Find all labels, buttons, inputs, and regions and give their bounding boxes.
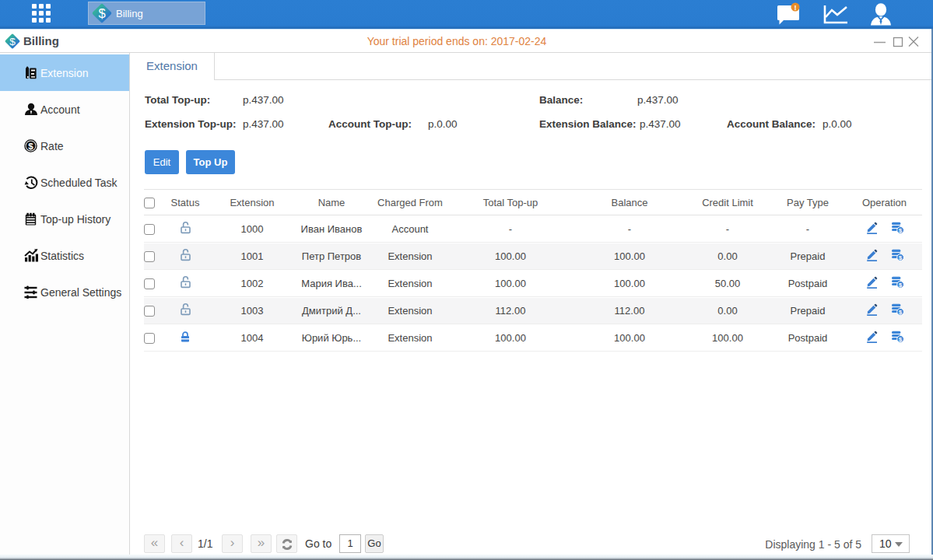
svg-text:$: $: [28, 142, 33, 151]
svg-text:!: !: [794, 3, 796, 12]
svg-text:$: $: [98, 6, 105, 21]
